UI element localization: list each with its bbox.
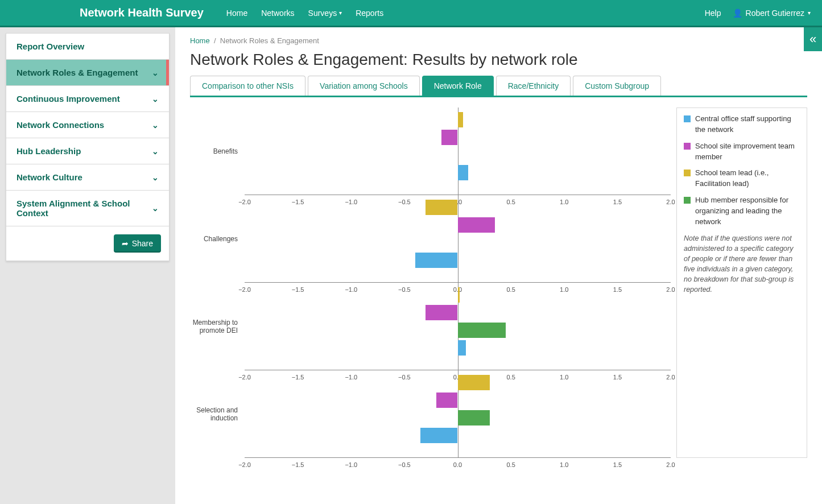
collapse-panel-icon[interactable]: « [804,27,822,51]
bar [458,410,490,425]
tab[interactable]: Comparison to other NSIs [190,76,305,96]
bar [458,287,460,303]
bar [420,428,458,443]
x-tick: 2.0 [666,461,675,468]
caret-down-icon: ▾ [808,10,811,16]
legend-note: Note that if the questions were not admi… [684,233,800,295]
chevron-down-icon: ⌄ [152,147,159,156]
legend-label: School team lead (i.e., Facilitation lea… [695,168,800,189]
sidebar-item-label: Network Connections [16,120,104,130]
legend-label: Central office staff supporting the netw… [695,114,800,135]
x-tick: −1.5 [292,461,304,468]
bars-group [245,112,671,183]
user-menu[interactable]: 👤 Robert Gutierrez ▾ [733,9,811,18]
x-tick: −1.0 [345,461,357,468]
sidebar-item[interactable]: Network Culture⌄ [6,164,169,191]
user-icon: 👤 [733,9,742,18]
x-tick: −0.5 [398,461,411,468]
nav-help[interactable]: Help [705,9,721,18]
caret-down-icon: ▾ [339,10,342,16]
breadcrumb: Home / Network Roles & Engagement [190,36,807,45]
top-right: Help 👤 Robert Gutierrez ▾ [705,9,811,18]
x-tick: 0.0 [453,461,462,468]
x-tick: 1.0 [560,461,568,468]
x-tick: −2.0 [238,461,251,468]
chevron-down-icon: ⌄ [152,204,159,213]
bar [458,217,495,233]
chart-panel: Challenges−2.0−1.5−1.0−0.50.00.51.01.52.… [190,195,676,283]
panel-label: Benefits [190,147,241,155]
bar [458,112,463,127]
bar [441,130,457,145]
bars-group [245,287,671,358]
chevron-down-icon: ⌄ [152,173,159,182]
bar [458,340,466,356]
sidebar: Report OverviewNetwork Roles & Engagemen… [6,33,170,261]
legend-swatch [684,115,691,122]
nav-networks[interactable]: Networks [261,9,294,18]
bar [458,165,469,180]
main-content: « Home / Network Roles & Engagement Netw… [175,27,822,504]
sidebar-item-label: Continuous Improvement [16,94,120,104]
sidebar-item[interactable]: Network Connections⌄ [6,112,169,138]
legend-item: School team lead (i.e., Facilitation lea… [684,168,800,189]
share-icon: ➦ [122,239,129,248]
sidebar-item-label: Network Culture [16,172,82,182]
sidebar-item-label: System Alignment & School Context [16,199,152,218]
legend-swatch [684,197,691,204]
top-nav: Home Networks Surveys▾ Reports [226,9,705,18]
bar [426,200,457,215]
chart-panel: Selection and induction−2.0−1.5−1.0−0.50… [190,370,676,458]
panel-label: Challenges [190,235,241,243]
nav-reports[interactable]: Reports [356,9,383,18]
topbar: Network Health Survey Home Networks Surv… [0,0,822,27]
chevron-down-icon: ⌄ [152,121,159,130]
page-title: Network Roles & Engagement: Results by n… [190,51,807,69]
bar [458,375,490,390]
chart-panel: Membership to promote DEI−2.0−1.5−1.0−0.… [190,283,676,370]
bars-group [245,200,671,270]
legend-swatch [684,143,691,150]
chevron-down-icon: ⌄ [152,94,159,104]
sidebar-item[interactable]: System Alignment & School Context⌄ [6,191,169,226]
tab[interactable]: Custom Subgroup [573,76,661,96]
sidebar-item[interactable]: Report Overview [6,34,169,60]
legend-label: School site improvement team member [695,141,800,163]
legend-item: School site improvement team member [684,141,800,163]
bars-group [245,375,671,445]
brand-title: Network Health Survey [80,6,204,19]
chevron-down-icon: ⌄ [152,68,159,77]
tab[interactable]: Variation among Schools [308,76,420,96]
tab[interactable]: Race/Ethnicity [496,76,571,96]
plot-area: −2.0−1.5−1.0−0.50.00.51.01.52.0 [245,108,671,195]
chart-legend: Central office staff supporting the netw… [676,108,807,458]
x-tick: 0.5 [506,461,515,468]
breadcrumb-home[interactable]: Home [190,36,210,45]
bar [458,323,506,338]
plot-area: −2.0−1.5−1.0−0.50.00.51.01.52.0 [245,370,671,458]
chart-panel: Benefits−2.0−1.5−1.0−0.50.00.51.01.52.0 [190,108,676,195]
tab[interactable]: Network Role [422,76,494,96]
sidebar-item-label: Hub Leadership [16,146,81,156]
sidebar-item-label: Report Overview [16,42,84,51]
tabs: Comparison to other NSIsVariation among … [190,76,807,97]
panel-label: Selection and induction [190,406,241,422]
legend-item: Hub member responsible for organizing an… [684,195,800,228]
panel-label: Membership to promote DEI [190,319,241,334]
bar [415,253,458,268]
sidebar-item-label: Network Roles & Engagement [16,68,138,77]
nav-surveys[interactable]: Surveys▾ [308,9,342,18]
plot-area: −2.0−1.5−1.0−0.50.00.51.01.52.0 [245,195,671,283]
legend-label: Hub member responsible for organizing an… [695,195,800,228]
bar [436,393,457,408]
sidebar-item[interactable]: Continuous Improvement⌄ [6,86,169,112]
nav-home[interactable]: Home [226,9,247,18]
breadcrumb-current: Network Roles & Engagement [220,36,319,45]
bar [426,305,457,320]
share-button[interactable]: ➦ Share [114,234,161,253]
legend-item: Central office staff supporting the netw… [684,114,800,135]
sidebar-item[interactable]: Network Roles & Engagement⌄ [6,60,169,86]
chart-area: Benefits−2.0−1.5−1.0−0.50.00.51.01.52.0C… [190,108,676,458]
sidebar-item[interactable]: Hub Leadership⌄ [6,138,169,164]
plot-area: −2.0−1.5−1.0−0.50.00.51.01.52.0 [245,283,671,370]
